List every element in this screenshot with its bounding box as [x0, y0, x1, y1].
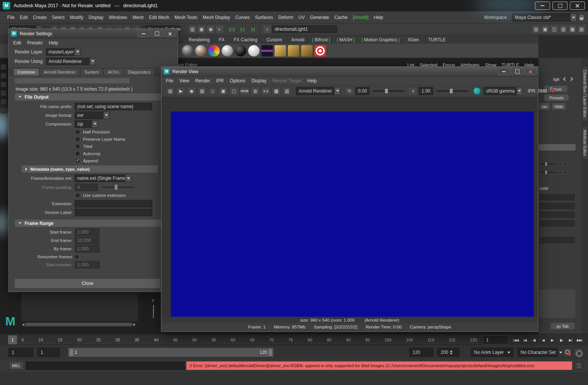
animation-end-field[interactable]: 200: [437, 348, 459, 357]
menu-item[interactable]: Surfaces: [252, 13, 275, 22]
render-layer-select[interactable]: masterLayer: [46, 48, 81, 56]
step-back-frame-button[interactable]: ◀|: [530, 335, 538, 345]
by-frame-field[interactable]: 1.000: [75, 245, 100, 253]
checkbox[interactable]: [75, 137, 80, 141]
menu-item[interactable]: Options: [227, 77, 249, 85]
menu-item[interactable]: Deform: [275, 13, 296, 22]
shelf-tab[interactable]: [ MASH ]: [333, 36, 358, 44]
menu-item[interactable]: Display: [249, 77, 269, 85]
step-forward-frame-button[interactable]: |▶: [557, 335, 566, 345]
attribute-editor-toggle-icon[interactable]: ▥: [559, 25, 568, 33]
command-input[interactable]: [26, 361, 185, 370]
exposure-field[interactable]: 0.00: [355, 87, 369, 95]
frame-range-section-header[interactable]: Frame Range: [15, 220, 162, 227]
collapse-arrow-icon[interactable]: [19, 96, 22, 98]
frame-padding-field[interactable]: 4: [75, 184, 98, 191]
use-custom-extension-checkbox[interactable]: [75, 193, 80, 198]
menu-item[interactable]: Mesh Tools: [172, 13, 200, 22]
scroll-left-icon[interactable]: ◀: [22, 323, 24, 326]
attribute-field[interactable]: [540, 194, 575, 200]
range-start-handle[interactable]: [70, 349, 73, 356]
attribute-slider[interactable]: [540, 163, 556, 165]
frame-padding-slider[interactable]: [102, 187, 134, 188]
sidebar-vertical-tab[interactable]: Attribute Editor: [582, 126, 588, 159]
contrast-icon[interactable]: ◑: [408, 87, 418, 95]
start-number-field[interactable]: 1.000: [75, 261, 100, 269]
horizontal-scrollbar[interactable]: ◀ ▶: [22, 322, 136, 327]
menu-item[interactable]: UV: [296, 13, 308, 22]
remove-image-icon[interactable]: ▢: [229, 87, 239, 95]
shader-ball-black-icon[interactable]: [235, 45, 246, 57]
close-button[interactable]: [570, 2, 585, 10]
highlight-selection-icon[interactable]: [▫]: [238, 25, 247, 33]
version-label-field[interactable]: [75, 209, 152, 216]
frame-anim-ext-select[interactable]: name.ext (Single Frame): [75, 174, 131, 182]
mini-checkbox[interactable]: [558, 162, 562, 166]
quick-selection-icon[interactable]: ⌕: [263, 25, 271, 33]
step-forward-key-button[interactable]: ▶|: [566, 335, 575, 345]
redo-region-icon[interactable]: ▧: [197, 87, 207, 95]
mini-checkbox[interactable]: [558, 171, 562, 174]
checkbox[interactable]: [75, 151, 80, 156]
settings-tab[interactable]: Arnold Renderer: [40, 68, 80, 75]
current-frame-indicator[interactable]: 1: [8, 335, 17, 344]
sidebar-vertical-tab[interactable]: Channel Box / Layer Editor: [582, 66, 588, 121]
minimize-button[interactable]: [535, 2, 550, 10]
menu-item-arnold[interactable]: [Arnold]: [350, 13, 371, 22]
menu-item[interactable]: Windows: [106, 13, 130, 22]
light-filter-icon[interactable]: [301, 45, 313, 57]
focus-button[interactable]: Focus: [544, 85, 568, 93]
expand-arrow-icon[interactable]: [25, 168, 27, 171]
one-to-one-icon[interactable]: 1:1: [261, 87, 271, 95]
refresh-icon[interactable]: ↻: [345, 87, 354, 95]
maximize-button[interactable]: [511, 68, 523, 75]
open-image-icon[interactable]: ▩: [272, 87, 281, 95]
snapshot-icon[interactable]: ◉: [187, 87, 196, 95]
extension-field[interactable]: [75, 200, 152, 207]
shelf-tab[interactable]: FX: [214, 36, 229, 44]
menu-item[interactable]: Edit Mesh: [146, 13, 172, 22]
render-canvas[interactable]: [162, 97, 538, 317]
menu-item[interactable]: View: [176, 77, 192, 85]
mini-checkbox[interactable]: [564, 162, 568, 166]
shader-ball-paint-icon[interactable]: [195, 45, 206, 57]
settings-tab[interactable]: System: [80, 68, 103, 75]
menu-item[interactable]: Generate: [307, 13, 332, 22]
gamma-field[interactable]: 1.00: [419, 87, 433, 95]
go-to-start-button[interactable]: |◀◀: [511, 335, 520, 345]
chevron-down-icon[interactable]: [89, 58, 95, 65]
play-backwards-button[interactable]: ◀: [539, 335, 547, 345]
end-frame-field[interactable]: 10.000: [75, 237, 100, 244]
file-output-section-header[interactable]: File Output: [15, 93, 162, 101]
shelf-tab[interactable]: [ Motion Graphics ]: [358, 36, 403, 44]
menu-item[interactable]: Help: [304, 77, 320, 85]
symmetry-toggle-icon[interactable]: [◇]: [227, 25, 237, 33]
checkbox[interactable]: [75, 144, 80, 149]
skydome-light-icon[interactable]: [288, 45, 299, 57]
attribute-field[interactable]: [540, 203, 575, 209]
scrollbar-thumb[interactable]: [25, 323, 132, 326]
chevron-down-icon[interactable]: [125, 175, 131, 182]
select-tool-icon[interactable]: [1, 64, 6, 70]
close-button[interactable]: [164, 30, 176, 37]
shader-ball-gray-icon[interactable]: [182, 45, 193, 57]
animation-preferences-icon[interactable]: [574, 348, 583, 357]
render-settings-shortcut-icon[interactable]: ◐: [216, 25, 224, 33]
playback-start-field[interactable]: 1: [37, 348, 60, 357]
mel-toggle-button[interactable]: MEL: [9, 361, 23, 370]
ipr-render-icon[interactable]: ▶: [176, 87, 186, 95]
copy-tab-button[interactable]: py Tab: [550, 322, 575, 330]
shelf-tab[interactable]: [ Bifrost ]: [309, 36, 333, 44]
menu-item[interactable]: Edit: [17, 13, 30, 22]
chevron-down-icon[interactable]: [103, 112, 109, 119]
renumber-frames-checkbox[interactable]: [75, 255, 79, 259]
chevron-down-icon[interactable]: [516, 87, 522, 95]
menu-item[interactable]: File: [5, 13, 17, 22]
command-error-output[interactable]: // Error: [driver_exr] defaultArnoldDriv…: [186, 361, 572, 370]
shader-ball-white-icon[interactable]: [248, 45, 260, 57]
settings-tab[interactable]: Common: [13, 68, 39, 75]
presets-button[interactable]: Presets: [544, 94, 569, 101]
menu-item[interactable]: File: [163, 77, 176, 85]
lock-icon[interactable]: [580, 17, 583, 20]
shader-ball-rainbow-icon[interactable]: [208, 45, 220, 57]
